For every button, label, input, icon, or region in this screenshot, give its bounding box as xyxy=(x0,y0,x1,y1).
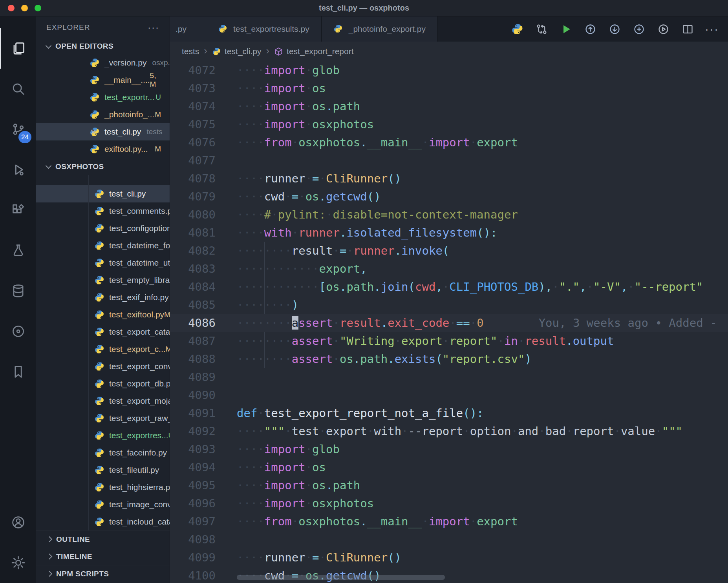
code-line[interactable]: 4090 xyxy=(170,386,728,404)
line-number[interactable]: 4095 xyxy=(170,476,216,494)
tree-item[interactable]: test_cli.py xyxy=(36,185,170,202)
code-line[interactable]: 4073····import·os xyxy=(170,79,728,97)
tree-item[interactable]: test_incloud_catali... xyxy=(36,513,170,530)
outline-section-header[interactable]: OUTLINE xyxy=(36,530,170,548)
line-number[interactable]: 4077 xyxy=(170,151,216,169)
tree-item[interactable]: test_image_convert... xyxy=(36,496,170,513)
line-number[interactable]: 4075 xyxy=(170,115,216,133)
tree-item[interactable]: test_fileutil.py xyxy=(36,461,170,479)
search-icon[interactable] xyxy=(0,69,36,109)
line-number[interactable]: 4089 xyxy=(170,368,216,386)
line-number[interactable]: 4093 xyxy=(170,440,216,458)
line-number[interactable]: 4100 xyxy=(170,567,216,583)
tree-item[interactable]: test_export_catalin... xyxy=(36,323,170,341)
tree-item[interactable]: test_empty_library_... xyxy=(36,271,170,289)
run-and-debug-icon[interactable] xyxy=(0,149,36,190)
open-editors-section-header[interactable]: OPEN EDITORS xyxy=(36,38,170,54)
editor-tab[interactable]: test_exportresults.py xyxy=(206,16,322,42)
code-line[interactable]: 4077 xyxy=(170,151,728,169)
close-editor-icon[interactable]: × xyxy=(90,127,102,137)
code-line[interactable]: 4081····with·runner.isolated_filesystem(… xyxy=(170,224,728,242)
tree-item[interactable]: test_export_c...M xyxy=(36,341,170,358)
open-editor-item[interactable]: ×test_cli.pytests xyxy=(36,123,170,140)
split-editor-icon[interactable] xyxy=(675,16,700,42)
tree-item[interactable]: test_comments.py xyxy=(36,202,170,220)
settings-icon[interactable] xyxy=(0,543,36,583)
open-editor-item[interactable]: test_exportr...U xyxy=(36,89,170,106)
accounts-icon[interactable] xyxy=(0,502,36,543)
extensions-icon[interactable] xyxy=(0,190,36,230)
open-editor-item[interactable]: exiftool.py...M xyxy=(36,140,170,158)
editor-tab[interactable]: _photoinfo_export.py xyxy=(322,16,438,42)
more-actions-icon[interactable]: ··· xyxy=(148,22,159,33)
run-and-debug-icon[interactable] xyxy=(651,16,675,42)
editor-tab[interactable]: .py xyxy=(170,16,206,42)
folder-section-header[interactable]: OSXPHOTOS xyxy=(36,158,170,175)
tree-item[interactable]: test_configoptions.... xyxy=(36,220,170,237)
record-icon[interactable] xyxy=(0,311,36,352)
line-number[interactable]: 4081 xyxy=(170,224,216,242)
line-number[interactable]: 4088 xyxy=(170,350,216,368)
line-number[interactable]: 4073 xyxy=(170,79,216,97)
code-line[interactable]: 4087········assert·"Writing·export·repor… xyxy=(170,332,728,350)
npm-scripts-section-header[interactable]: NPM SCRIPTS xyxy=(36,565,170,582)
code-line[interactable]: 4072····import·glob xyxy=(170,61,728,79)
code-line[interactable]: 4080····#·pylint:·disable=not-context-ma… xyxy=(170,206,728,224)
zoom-window-button[interactable] xyxy=(35,5,41,11)
line-number[interactable]: 4083 xyxy=(170,260,216,278)
git-compare-icon[interactable] xyxy=(529,16,554,42)
line-number[interactable]: 4094 xyxy=(170,458,216,476)
line-number[interactable]: 4087 xyxy=(170,332,216,350)
line-number[interactable]: 4078 xyxy=(170,169,216,188)
code-line[interactable]: 4091def·test_export_report_not_a_file(): xyxy=(170,404,728,422)
testing-icon[interactable] xyxy=(0,230,36,271)
code-line[interactable]: 4095····import·os.path xyxy=(170,476,728,494)
tree-item[interactable]: test_export_mojave... xyxy=(36,392,170,410)
line-number[interactable]: 4091 xyxy=(170,404,216,422)
tree-item[interactable]: test_exif_info.py xyxy=(36,289,170,306)
close-window-button[interactable] xyxy=(8,5,15,11)
tree-item[interactable]: test_export_conver... xyxy=(36,358,170,375)
code-line[interactable]: 4082········result·=·runner.invoke( xyxy=(170,242,728,260)
tree-item[interactable]: test_export_raw_ca... xyxy=(36,410,170,427)
line-number[interactable]: 4099 xyxy=(170,548,216,567)
tree-item[interactable]: test_export_db.py xyxy=(36,375,170,392)
open-editor-item[interactable]: __main__....5, M xyxy=(36,71,170,89)
explorer-icon[interactable] xyxy=(0,28,36,69)
tree-item[interactable]: test_faceinfo.py xyxy=(36,444,170,461)
open-editor-item[interactable]: _version.pyosxp... xyxy=(36,54,170,71)
code-line[interactable]: 4094····import·os xyxy=(170,458,728,476)
line-number[interactable]: 4090 xyxy=(170,386,216,404)
code-line[interactable]: 4092····"""·test·export·with·--report·op… xyxy=(170,422,728,440)
line-number[interactable]: 4097 xyxy=(170,512,216,530)
bookmarks-icon[interactable] xyxy=(0,352,36,392)
code-line[interactable]: 4079····cwd·=·os.getcwd() xyxy=(170,188,728,206)
line-number[interactable]: 4092 xyxy=(170,422,216,440)
line-number[interactable]: 4085 xyxy=(170,296,216,314)
line-number[interactable]: 4076 xyxy=(170,133,216,151)
code-line[interactable]: 4097····from·osxphotos.__main__·import·e… xyxy=(170,512,728,530)
code-line[interactable]: 4098 xyxy=(170,530,728,548)
code-line[interactable]: 4074····import·os.path xyxy=(170,97,728,115)
tree-item[interactable]: test_exportres...U xyxy=(36,427,170,444)
code-line[interactable]: 4076····from·osxphotos.__main__·import·e… xyxy=(170,133,728,151)
source-control-icon[interactable]: 24 xyxy=(0,109,36,149)
minimize-window-button[interactable] xyxy=(21,5,28,11)
code-line[interactable]: 4093····import·glob xyxy=(170,440,728,458)
python-logo-icon[interactable] xyxy=(505,16,529,42)
line-number[interactable]: 4098 xyxy=(170,530,216,548)
line-number[interactable]: 4074 xyxy=(170,97,216,115)
line-number[interactable]: 4084 xyxy=(170,278,216,296)
line-number[interactable]: 4086 xyxy=(170,314,216,332)
database-icon[interactable] xyxy=(0,271,36,311)
code-editor[interactable]: 4072····import·glob4073····import·os4074… xyxy=(170,61,728,583)
previous-change-icon[interactable] xyxy=(578,16,602,42)
tree-item[interactable]: test_exiftool.pyM xyxy=(36,306,170,323)
code-line[interactable]: 4078····runner·=·CliRunner() xyxy=(170,169,728,188)
code-line[interactable]: 4083············export, xyxy=(170,260,728,278)
line-number[interactable]: 4082 xyxy=(170,242,216,260)
code-line[interactable]: 4099····runner·=·CliRunner() xyxy=(170,548,728,567)
code-line[interactable]: 4089 xyxy=(170,368,728,386)
code-line[interactable]: 4085········) xyxy=(170,296,728,314)
line-number[interactable]: 4080 xyxy=(170,206,216,224)
